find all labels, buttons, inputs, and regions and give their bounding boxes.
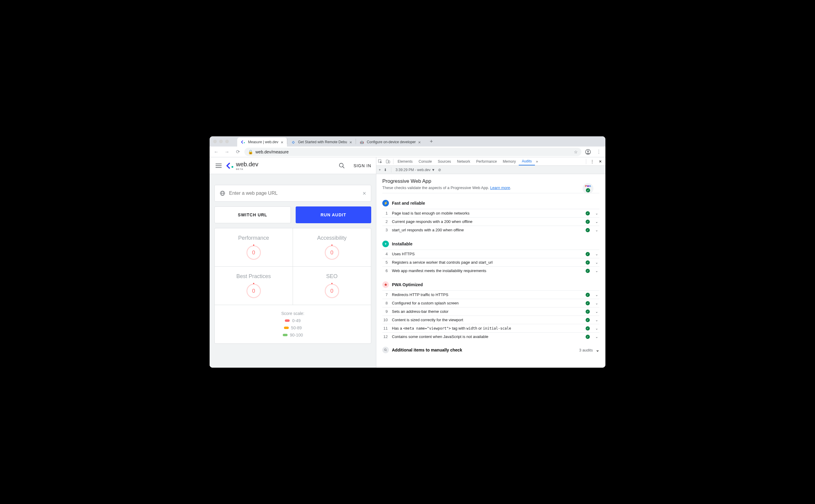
audit-text: Web app manifest meets the installabilit… xyxy=(392,268,582,273)
menu-icon[interactable]: ⋮ xyxy=(595,148,603,156)
new-audit-icon[interactable]: + xyxy=(379,168,381,172)
audit-row[interactable]: 7Redirects HTTP traffic to HTTPS✓⌄ xyxy=(382,290,599,299)
scale-label: Score scale: xyxy=(281,311,304,316)
chevron-down-icon: ⌄ xyxy=(594,301,599,305)
browser-tab[interactable]: ◇Get Started with Remote Debu× xyxy=(287,138,355,147)
audit-row[interactable]: 3start_url responds with a 200 when offl… xyxy=(382,226,599,234)
profile-icon[interactable] xyxy=(584,148,592,156)
audit-section: ⚡Fast and reliable1Page load is fast eno… xyxy=(382,200,599,234)
audit-row[interactable]: 11Has a <meta name="viewport"> tag with … xyxy=(382,324,599,332)
pass-icon: ✓ xyxy=(586,260,590,265)
url-input[interactable] xyxy=(229,191,359,196)
switch-url-button[interactable]: SWITCH URL xyxy=(214,206,291,223)
audit-header: Progressive Web App These checks validat… xyxy=(382,178,599,193)
svg-point-2 xyxy=(588,150,589,152)
audit-text: Uses HTTPS xyxy=(392,252,582,256)
svg-line-13 xyxy=(386,351,387,351)
pill-orange-icon xyxy=(284,327,289,329)
chevron-down-icon: ⌄ xyxy=(596,348,599,352)
audit-selector[interactable]: 3:39:29 PM - web.dev ▼ xyxy=(395,168,435,172)
tab-title: Get Started with Remote Debu xyxy=(298,140,347,144)
signin-link[interactable]: SIGN IN xyxy=(353,163,371,168)
pill-red-icon xyxy=(285,319,290,322)
star-icon[interactable]: ☆ xyxy=(574,150,578,154)
content: web.dev BETA SIGN IN × SWITCH URL RUN AU… xyxy=(210,157,605,368)
audit-row[interactable]: 5Registers a service worker that control… xyxy=(382,258,599,266)
browser-tab[interactable]: Measure | web.dev× xyxy=(237,138,287,147)
inspect-icon[interactable] xyxy=(376,159,384,164)
download-icon[interactable]: ⬇ xyxy=(384,168,387,172)
score-label: Best Practices xyxy=(221,273,286,280)
audit-row[interactable]: 9Sets an address-bar theme color✓⌄ xyxy=(382,307,599,316)
browser-tab[interactable]: 🤖Configure on-device developer× xyxy=(356,138,424,147)
forward-button[interactable]: → xyxy=(223,148,231,156)
tab-strip: Measure | web.dev×◇Get Started with Remo… xyxy=(237,136,424,147)
audit-row[interactable]: 12Contains some content when JavaScript … xyxy=(382,332,599,341)
audit-text: Registers a service worker that controls… xyxy=(392,260,582,265)
audit-row[interactable]: 8Configured for a custom splash screen✓⌄ xyxy=(382,299,599,307)
devtools-tab-network[interactable]: Network xyxy=(454,157,473,165)
chevron-down-icon: ⌄ xyxy=(594,269,599,273)
pill-green-icon xyxy=(283,334,287,336)
audit-row[interactable]: 4Uses HTTPS✓⌄ xyxy=(382,250,599,258)
chevron-down-icon: ⌄ xyxy=(594,220,599,224)
devtools-tab-elements[interactable]: Elements xyxy=(394,157,416,165)
audit-num: 8 xyxy=(382,301,388,305)
section-icon: ⚡ xyxy=(382,200,389,206)
audit-num: 6 xyxy=(382,268,388,273)
learn-more-link[interactable]: Learn more xyxy=(490,185,510,190)
site-header: web.dev BETA SIGN IN xyxy=(210,157,376,174)
audit-row[interactable]: 10Content is sized correctly for the vie… xyxy=(382,316,599,324)
tab-close-icon[interactable]: × xyxy=(281,140,283,145)
chevron-down-icon: ⌄ xyxy=(594,260,599,265)
devtools-settings-icon[interactable]: ⋮ xyxy=(589,159,596,164)
section-head: +Installable xyxy=(382,241,599,247)
chevron-down-icon: ⌄ xyxy=(594,310,599,314)
devtools-tab-performance[interactable]: Performance xyxy=(473,157,500,165)
lock-icon: 🔒 xyxy=(248,150,253,154)
logo-text: web.dev xyxy=(236,161,258,168)
more-tabs-icon[interactable]: » xyxy=(536,159,538,164)
devtools-tab-sources[interactable]: Sources xyxy=(435,157,454,165)
omnibox[interactable]: 🔒 web.dev/measure ☆ xyxy=(244,148,582,156)
audit-subtitle: These checks validate the aspects of a P… xyxy=(382,185,599,190)
site-logo[interactable]: web.dev BETA xyxy=(226,161,258,170)
section-title: PWA Optimized xyxy=(392,282,423,287)
scale-2: 90-100 xyxy=(290,333,303,337)
audit-num: 12 xyxy=(382,334,388,339)
section-icon: + xyxy=(382,241,389,247)
search-icon[interactable] xyxy=(338,162,345,169)
device-icon[interactable] xyxy=(384,159,392,164)
svg-rect-11 xyxy=(388,161,390,163)
section-head: ★PWA Optimized xyxy=(382,281,599,288)
clear-icon[interactable]: × xyxy=(362,190,366,197)
run-audit-button[interactable]: RUN AUDIT xyxy=(296,206,371,223)
hamburger-icon[interactable] xyxy=(214,162,223,170)
svg-line-5 xyxy=(343,166,344,168)
clear-audit-icon[interactable]: ⊘ xyxy=(438,168,441,172)
traffic-light-max[interactable] xyxy=(225,140,229,143)
section-head: ⚡Fast and reliable xyxy=(382,200,599,206)
devtools-close-icon[interactable]: ✕ xyxy=(597,159,604,164)
pass-icon: ✓ xyxy=(586,301,590,305)
devtools-tab-console[interactable]: Console xyxy=(416,157,435,165)
tab-close-icon[interactable]: × xyxy=(418,140,421,145)
traffic-light-min[interactable] xyxy=(219,140,223,143)
new-tab-button[interactable]: + xyxy=(427,138,436,145)
devtools: ElementsConsoleSourcesNetworkPerformance… xyxy=(376,157,605,368)
devtools-tab-memory[interactable]: Memory xyxy=(500,157,519,165)
reload-button[interactable]: ⟳ xyxy=(233,148,242,156)
audit-row[interactable]: 1Page load is fast enough on mobile netw… xyxy=(382,209,599,217)
traffic-light-close[interactable] xyxy=(213,140,217,143)
audit-text: Content is sized correctly for the viewp… xyxy=(392,318,582,322)
back-button[interactable]: ← xyxy=(212,148,220,156)
devtools-tab-audits[interactable]: Audits xyxy=(519,157,535,165)
tab-close-icon[interactable]: × xyxy=(349,140,352,145)
manual-check-row[interactable]: Additional items to manually check 3 aud… xyxy=(382,347,599,353)
score-cell: Accessibility0 xyxy=(293,228,371,267)
audit-row[interactable]: 6Web app manifest meets the installabili… xyxy=(382,266,599,275)
audits-toolbar: + ⬇ 3:39:29 PM - web.dev ▼ ⊘ xyxy=(376,166,605,174)
score-label: Performance xyxy=(221,235,286,241)
manual-count: 3 audits xyxy=(579,348,593,352)
audit-row[interactable]: 2Current page responds with a 200 when o… xyxy=(382,217,599,226)
